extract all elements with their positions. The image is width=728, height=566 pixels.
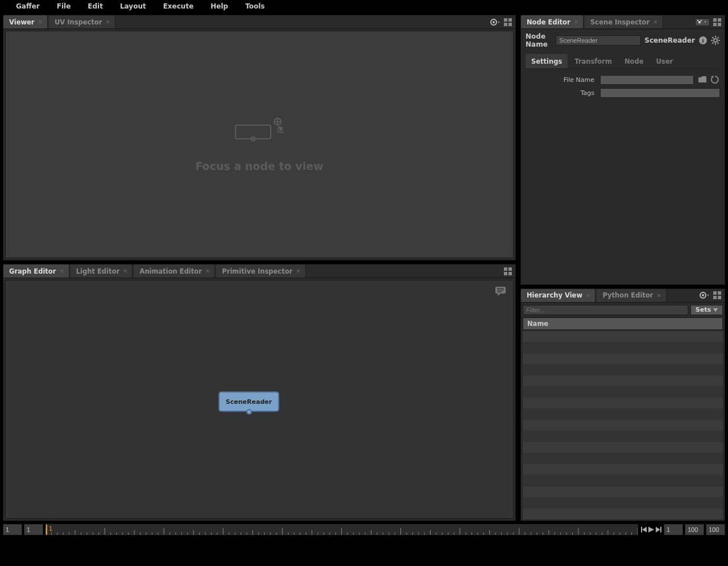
- list-item[interactable]: [523, 386, 723, 398]
- list-item[interactable]: [523, 342, 723, 353]
- viewer-viewport[interactable]: Focus a node to view: [5, 31, 514, 258]
- svg-line-33: [712, 37, 713, 38]
- node-output-port[interactable]: [246, 409, 252, 415]
- list-item[interactable]: [523, 375, 723, 387]
- filter-input[interactable]: [523, 305, 688, 315]
- tab-animation-editor[interactable]: Animation Editor ✕: [134, 265, 215, 278]
- menu-layout[interactable]: Layout: [111, 2, 155, 10]
- list-item[interactable]: [523, 353, 723, 365]
- tab-hierarchy-view-label: Hierarchy View: [527, 291, 582, 299]
- subtab-transform[interactable]: Transform: [569, 54, 618, 68]
- frame-start-input[interactable]: [24, 524, 43, 535]
- svg-rect-19: [698, 21, 701, 23]
- close-icon[interactable]: ✕: [653, 19, 657, 25]
- close-icon[interactable]: ✕: [656, 292, 661, 299]
- close-icon[interactable]: ✕: [123, 268, 127, 274]
- tags-input[interactable]: [600, 88, 720, 98]
- menu-file[interactable]: File: [48, 2, 80, 10]
- play-icon[interactable]: [647, 524, 655, 535]
- node-name-input[interactable]: [556, 35, 641, 46]
- tab-scene-inspector-label: Scene Inspector: [590, 18, 650, 26]
- list-item[interactable]: [523, 453, 723, 464]
- list-item[interactable]: [523, 464, 723, 476]
- tab-light-editor[interactable]: Light Editor ✕: [71, 265, 133, 278]
- skip-back-icon[interactable]: [640, 524, 647, 535]
- viewer-panel: Viewer ✕ UV Inspector ✕: [3, 15, 516, 261]
- menu-tools[interactable]: Tools: [237, 2, 273, 10]
- subtab-settings[interactable]: Settings: [526, 54, 568, 68]
- annotation-icon[interactable]: [495, 286, 506, 298]
- file-name-input[interactable]: [600, 75, 694, 85]
- close-icon[interactable]: ✕: [586, 292, 590, 299]
- chevron-down-icon: [713, 308, 718, 312]
- close-icon[interactable]: ✕: [105, 19, 110, 25]
- hierarchy-column-header[interactable]: Name: [523, 317, 723, 330]
- close-icon[interactable]: ✕: [205, 268, 210, 274]
- menu-edit[interactable]: Edit: [79, 2, 111, 10]
- graph-editor-panel: Graph Editor ✕ Light Editor ✕ Animation …: [3, 264, 516, 521]
- menu-gaffer[interactable]: Gaffer: [7, 2, 48, 10]
- layout-grid-icon[interactable]: [712, 290, 722, 300]
- list-item[interactable]: [523, 442, 723, 453]
- svg-rect-145: [660, 527, 661, 532]
- tab-primitive-inspector[interactable]: Primitive Inspector ✕: [216, 265, 305, 278]
- focus-toggle-icon[interactable]: [700, 290, 710, 300]
- list-item[interactable]: [523, 497, 723, 509]
- tab-hierarchy-view[interactable]: Hierarchy View ✕: [521, 289, 595, 302]
- info-icon[interactable]: i: [698, 35, 708, 46]
- focus-hint-icon: [231, 117, 288, 145]
- list-item[interactable]: [523, 475, 723, 486]
- sets-dropdown[interactable]: Sets: [690, 305, 723, 315]
- tab-scene-inspector[interactable]: Scene Inspector ✕: [585, 15, 663, 28]
- node-name-label: Node Name: [526, 32, 552, 48]
- graph-canvas[interactable]: SceneReader: [5, 280, 514, 519]
- tab-animation-editor-label: Animation Editor: [139, 267, 201, 275]
- tab-node-editor[interactable]: Node Editor ✕: [521, 15, 584, 28]
- reload-icon[interactable]: [710, 75, 720, 85]
- svg-rect-23: [718, 18, 721, 22]
- menu-help[interactable]: Help: [202, 2, 237, 10]
- layout-grid-icon[interactable]: [503, 266, 513, 276]
- close-icon[interactable]: ✕: [296, 268, 300, 274]
- list-item[interactable]: [523, 364, 723, 375]
- close-icon[interactable]: ✕: [59, 268, 64, 274]
- subtab-user[interactable]: User: [650, 54, 679, 68]
- subtab-node[interactable]: Node: [619, 54, 650, 68]
- hierarchy-panel: Hierarchy View ✕ Python Editor ✕: [520, 288, 725, 522]
- layout-grid-icon[interactable]: [503, 17, 513, 27]
- list-item[interactable]: [523, 509, 723, 520]
- svg-rect-39: [713, 291, 717, 295]
- gear-icon[interactable]: [711, 35, 720, 46]
- menu-execute[interactable]: Execute: [155, 2, 202, 10]
- close-icon[interactable]: ✕: [38, 19, 43, 25]
- timeline-ruler[interactable]: 1: [45, 524, 638, 535]
- svg-point-38: [702, 294, 704, 296]
- playhead[interactable]: [46, 524, 47, 535]
- tab-viewer[interactable]: Viewer ✕: [3, 15, 48, 28]
- svg-rect-40: [718, 291, 721, 295]
- list-item[interactable]: [523, 408, 723, 420]
- close-icon[interactable]: ✕: [574, 19, 578, 25]
- layout-grid-icon[interactable]: [712, 17, 722, 27]
- pin-dropdown-icon[interactable]: [695, 18, 710, 26]
- folder-icon[interactable]: [697, 75, 708, 85]
- svg-rect-24: [713, 23, 717, 26]
- viewer-hint: Focus a node to view: [195, 160, 323, 172]
- frame-play-start-input[interactable]: [664, 524, 683, 535]
- list-item[interactable]: [523, 331, 723, 342]
- list-item[interactable]: [523, 420, 723, 431]
- list-item[interactable]: [523, 398, 723, 409]
- focus-toggle-icon[interactable]: [490, 17, 500, 27]
- list-item[interactable]: [523, 431, 723, 442]
- frame-current-input[interactable]: [3, 524, 22, 535]
- tab-uv-inspector[interactable]: UV Inspector ✕: [49, 15, 115, 28]
- frame-end2-input[interactable]: [706, 524, 725, 535]
- svg-rect-22: [713, 18, 717, 22]
- frame-end-input[interactable]: [685, 524, 704, 535]
- tab-graph-editor[interactable]: Graph Editor ✕: [3, 265, 69, 278]
- svg-rect-41: [713, 296, 717, 299]
- node-scenereader[interactable]: SceneReader: [218, 391, 279, 412]
- tab-python-editor[interactable]: Python Editor ✕: [597, 289, 666, 302]
- skip-forward-icon[interactable]: [655, 524, 662, 535]
- list-item[interactable]: [523, 486, 723, 498]
